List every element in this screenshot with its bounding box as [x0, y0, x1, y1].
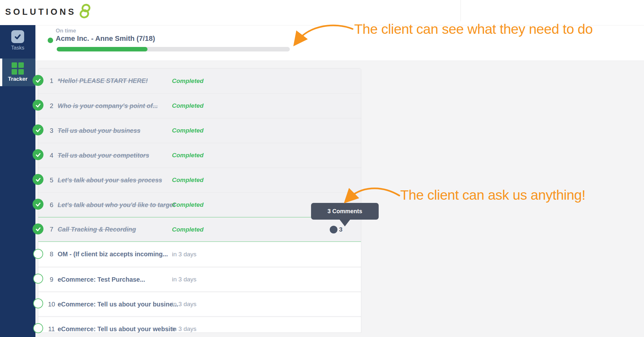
check-circle-icon[interactable] [33, 223, 43, 234]
task-number: 8 [45, 242, 58, 267]
task-status: Completed [172, 68, 204, 93]
brand-logo: SOLUTIONS [5, 4, 92, 20]
task-number: 2 [45, 94, 58, 118]
status-dot-icon [48, 38, 53, 43]
task-number: 9 [45, 268, 58, 291]
sidebar-item-tracker[interactable]: Tracker [0, 59, 35, 86]
task-status: Completed [172, 193, 204, 217]
sidebar-item-label: Tasks [0, 45, 35, 51]
brand-logo-text: SOLUTIONS [5, 7, 76, 17]
empty-circle-icon[interactable] [33, 298, 43, 308]
task-status: Completed [172, 217, 204, 241]
task-title: Tell us about your competitors [58, 143, 149, 168]
status-label: On time [56, 28, 76, 34]
check-circle-icon[interactable] [33, 124, 43, 135]
check-circle-icon[interactable] [33, 149, 43, 160]
grid-icon [12, 62, 24, 75]
task-row[interactable]: 5 Let's talk about your sales process Co… [38, 168, 361, 192]
task-status: Completed [172, 118, 204, 143]
task-status: Completed [172, 168, 204, 192]
task-title: Tell us about your business [58, 118, 140, 143]
task-title: Who is your company's point of... [58, 94, 158, 118]
client-title: Acme Inc. - Anne Smith (7/18) [56, 34, 155, 43]
task-row[interactable]: 4 Tell us about your competitors Complet… [38, 143, 361, 168]
empty-circle-icon[interactable] [33, 323, 43, 333]
empty-circle-icon[interactable] [33, 274, 43, 284]
empty-circle-icon[interactable] [33, 249, 43, 259]
annotation-top: The client can see what they need to do [354, 21, 593, 37]
comment-count: 3 [339, 226, 343, 233]
check-circle-icon[interactable] [33, 100, 43, 111]
task-row[interactable]: 9 eCommerce: Test Purchase... in 3 days [38, 267, 361, 291]
sidebar-item-label: Tracker [0, 76, 35, 82]
comments-tooltip-label: 3 Comments [327, 208, 362, 215]
sidebar: Tasks Tracker [0, 25, 35, 337]
task-status: Completed [172, 143, 204, 168]
task-row[interactable]: 7 Call Tracking & Recording Completed 3 [38, 217, 361, 242]
task-row[interactable]: 10 eCommerce: Tell us about your busine.… [38, 291, 361, 316]
progress-bar [57, 47, 290, 51]
task-title: *Hello! PLEASE START HERE! [58, 68, 148, 93]
annotation-arrow-middle-icon [341, 183, 403, 207]
comment-bubble-icon [330, 226, 337, 233]
task-status: in 3 days [172, 242, 196, 267]
task-number: 11 [45, 317, 58, 333]
task-row[interactable]: 8 OM - (If client biz accepts incoming..… [38, 242, 361, 267]
task-number: 6 [45, 193, 58, 217]
task-number: 5 [45, 168, 58, 192]
task-list-card: 1 *Hello! PLEASE START HERE! Completed 2… [38, 68, 361, 333]
task-title: Let's talk about who you'd like to targe… [58, 193, 175, 217]
task-title: OM - (If client biz accepts incoming... [58, 242, 168, 267]
task-number: 4 [45, 143, 58, 168]
task-number: 1 [45, 68, 58, 93]
progress-fill [57, 47, 147, 51]
task-status: Completed [172, 94, 204, 118]
checkbox-icon [11, 30, 24, 43]
task-status: in 3 days [172, 292, 196, 316]
task-title: eCommerce: Test Purchase... [58, 268, 145, 291]
task-title: Call Tracking & Recording [58, 217, 136, 241]
figure-eight-loop-icon [78, 4, 92, 20]
check-circle-icon[interactable] [33, 75, 43, 86]
annotation-middle: The client can ask us anything! [400, 187, 585, 203]
sidebar-item-tasks[interactable]: Tasks [0, 25, 35, 56]
task-row[interactable]: 11 eCommerce: Tell us about your website… [38, 316, 361, 333]
annotation-arrow-top-icon [288, 20, 359, 52]
task-number: 3 [45, 118, 58, 143]
task-title: eCommerce: Tell us about your website [58, 317, 176, 333]
check-circle-icon[interactable] [33, 199, 43, 210]
task-status: in 3 days [172, 268, 196, 291]
task-title: eCommerce: Tell us about your busine... [58, 292, 178, 316]
task-title: Let's talk about your sales process [58, 168, 162, 192]
check-circle-icon[interactable] [33, 174, 43, 185]
task-status: in 3 days [172, 317, 196, 333]
task-row[interactable]: 3 Tell us about your business Completed [38, 118, 361, 143]
task-number: 10 [45, 292, 58, 316]
task-number: 7 [45, 217, 58, 241]
topbar-divider [460, 0, 461, 21]
task-row[interactable]: 1 *Hello! PLEASE START HERE! Completed [38, 68, 361, 93]
task-row[interactable]: 2 Who is your company's point of... Comp… [38, 93, 361, 118]
